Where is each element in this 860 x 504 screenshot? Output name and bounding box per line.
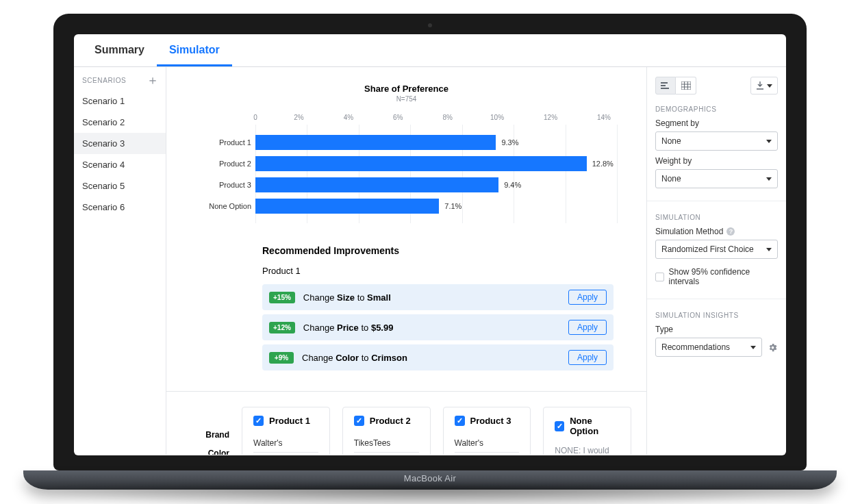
gear-icon (768, 342, 778, 353)
chart-bar-row: None Option7.1% (255, 195, 618, 216)
chevron-down-icon (767, 84, 772, 88)
apply-button[interactable]: Apply (568, 320, 607, 335)
scenario-item[interactable]: Scenario 1 (74, 90, 166, 112)
recommended-improvements: Recommended Improvements Product 1 +15%C… (166, 231, 646, 391)
simulation-label: SIMULATION (655, 214, 778, 221)
scenarios-sidebar: SCENARIOS ＋ Scenario 1Scenario 2Scenario… (74, 67, 166, 455)
view-table-button[interactable] (676, 77, 696, 94)
tab-simulator[interactable]: Simulator (157, 34, 232, 66)
chart-bar-label: None Option (195, 202, 251, 210)
attribute-legend: BrandColorSizePrice (181, 407, 229, 455)
simulation-method-select[interactable]: Randomized First Choice (655, 240, 778, 259)
scenario-item[interactable]: Scenario 6 (74, 197, 166, 218)
add-scenario-button[interactable]: ＋ (147, 74, 159, 86)
svg-rect-1 (661, 85, 666, 86)
info-icon[interactable]: ? (726, 227, 735, 236)
svg-rect-3 (681, 81, 691, 90)
recommendation-row: +9%Change Color to CrimsonApply (262, 344, 614, 370)
recommendation-text: Change Price to $5.99 (303, 323, 568, 333)
app-body: SCENARIOS ＋ Scenario 1Scenario 2Scenario… (74, 67, 786, 455)
product-card: ✓Product 3Walter'sMidnight GraySmall$3.9… (443, 407, 531, 455)
laptop-bezel: Summary Simulator SCENARIOS ＋ Scenario 1… (53, 14, 807, 470)
chevron-down-icon (766, 177, 772, 181)
view-toggle (655, 77, 696, 94)
view-tool-row (655, 77, 778, 94)
chart-tick: 2% (294, 114, 303, 121)
recommendation-delta-badge: +9% (269, 352, 294, 364)
insights-type-select[interactable]: Recommendations (655, 338, 762, 357)
product-attribute-value[interactable]: Rose (354, 453, 419, 455)
product-attribute-value[interactable]: Midnight Gray (455, 453, 520, 455)
chart-subtitle: N=754 (195, 95, 618, 103)
product-enabled-checkbox[interactable]: ✓ (253, 416, 264, 426)
view-chart-button[interactable] (655, 77, 676, 94)
simulation-method-value: Randomized First Choice (661, 244, 754, 254)
weight-by-select[interactable]: None (655, 169, 778, 188)
chart-x-ticks: 02%4%6%8%10%12%14% (255, 114, 618, 121)
recommendation-delta-badge: +12% (269, 322, 295, 333)
chart-bar-label: Product 2 (195, 160, 251, 168)
insights-settings-button[interactable] (768, 342, 778, 353)
weight-by-value: None (661, 174, 681, 184)
chart-bar (255, 177, 498, 192)
product-definitions: BrandColorSizePrice ✓Product 1Walter'sNa… (166, 391, 646, 455)
chart-bar (255, 135, 496, 150)
chart-bar-row: Product 212.8% (255, 153, 618, 174)
chevron-down-icon (750, 346, 756, 349)
chart-bar (255, 199, 439, 214)
product-attribute-value[interactable]: Walter's (455, 434, 520, 453)
camera-dot (428, 23, 432, 27)
product-attribute-value[interactable]: Navy Blue (253, 453, 318, 455)
none-option-card: ✓None OptionNONE: I would choose any of … (543, 407, 631, 455)
attribute-label: Brand (181, 430, 229, 449)
table-icon (681, 81, 691, 90)
product-enabled-checkbox[interactable]: ✓ (455, 416, 465, 426)
simulation-method-label-text: Simulation Method (655, 227, 723, 236)
app-window: Summary Simulator SCENARIOS ＋ Scenario 1… (74, 34, 786, 455)
insights-type-row: Recommendations (655, 338, 778, 357)
panel-divider (647, 299, 786, 299)
recommendation-row: +15%Change Size to SmallApply (262, 284, 614, 310)
scenario-item[interactable]: Scenario 5 (74, 175, 166, 197)
recommendation-row: +12%Change Price to $5.99Apply (262, 314, 614, 340)
product-card-header: ✓Product 2 (354, 416, 419, 426)
product-card-header: ✓Product 1 (253, 416, 318, 426)
confidence-interval-label: Show 95% confidence intervals (669, 267, 778, 286)
recommendation-text: Change Size to Small (303, 292, 568, 303)
chart-bar-label: Product 3 (195, 181, 251, 189)
chart-tick: 6% (393, 114, 403, 121)
product-attribute-value[interactable]: TikesTees (354, 434, 419, 453)
chart-title: Share of Preference (195, 84, 618, 94)
product-name: Product 3 (470, 416, 511, 426)
product-card: ✓Product 1Walter'sNavy BlueLarge$10.99 (242, 407, 330, 455)
demographics-label: DEMOGRAPHICS (655, 105, 778, 113)
product-name: Product 1 (269, 416, 310, 426)
chart-plot-area: 02%4%6%8%10%12%14% Product 19.3%Product … (195, 114, 618, 223)
scenario-item[interactable]: Scenario 3 (74, 133, 166, 154)
confidence-interval-row: Show 95% confidence intervals (655, 267, 778, 286)
chart-tick: 14% (597, 114, 611, 121)
chart-bar-value: 9.4% (504, 181, 521, 189)
product-enabled-checkbox[interactable]: ✓ (354, 416, 364, 426)
product-enabled-checkbox[interactable]: ✓ (555, 421, 564, 431)
scenario-list: Scenario 1Scenario 2Scenario 3Scenario 4… (74, 90, 166, 218)
sidebar-header: SCENARIOS ＋ (74, 67, 166, 90)
weight-by-label: Weight by (655, 156, 778, 166)
segment-by-select[interactable]: None (655, 131, 778, 151)
chart-bar-row: Product 19.3% (255, 131, 618, 153)
chart-bar (255, 156, 587, 171)
scenario-item[interactable]: Scenario 4 (74, 154, 166, 175)
product-attribute-value[interactable]: Walter's (253, 434, 318, 453)
apply-button[interactable]: Apply (568, 350, 607, 365)
scenario-item[interactable]: Scenario 2 (74, 112, 166, 133)
tab-summary[interactable]: Summary (82, 34, 157, 66)
product-name: None Option (570, 416, 620, 436)
chart-bar-value: 7.1% (444, 202, 461, 210)
product-name: Product 2 (370, 416, 411, 426)
download-button[interactable] (750, 77, 778, 94)
apply-button[interactable]: Apply (568, 290, 607, 305)
simulation-method-label: Simulation Method ? (655, 227, 778, 236)
insights-type-value: Recommendations (661, 342, 730, 352)
attribute-label: Color (181, 449, 229, 455)
confidence-interval-checkbox[interactable] (655, 273, 664, 281)
